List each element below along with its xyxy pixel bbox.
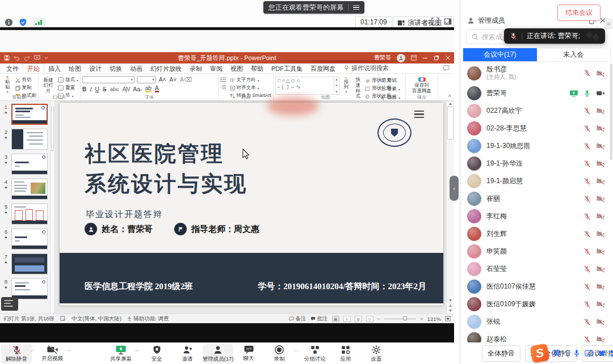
toolbar-chat-button[interactable]: 聊天 <box>233 344 264 363</box>
highlight-color-button[interactable]: ab <box>145 86 152 92</box>
member-row[interactable]: 殷书彦(主持人, 我) <box>460 62 611 84</box>
member-row[interactable]: 曹荣哥 <box>460 84 611 102</box>
mic-muted-icon[interactable] <box>583 125 591 133</box>
quick-styles-button[interactable]: 快速样式 <box>353 75 363 95</box>
zoom-level[interactable]: 121% <box>427 316 441 322</box>
ppt-tab-6[interactable]: 切换 <box>106 64 126 73</box>
arrange-button[interactable]: 排列▾ <box>341 75 351 95</box>
member-list-scrollbar[interactable] <box>610 64 612 160</box>
char-spacing-button[interactable]: A|V <box>123 86 130 92</box>
thumbnail-scrollbar[interactable] <box>50 101 54 314</box>
mic-muted-icon[interactable] <box>583 336 591 343</box>
member-row[interactable]: 张锐 <box>460 313 611 331</box>
change-case-button[interactable]: Aa▾ <box>133 86 142 92</box>
toolbar-shield-button[interactable]: 安全 <box>141 344 172 363</box>
panel-more-icon[interactable]: ≡ <box>604 18 612 29</box>
network-signal-icon[interactable] <box>33 18 45 27</box>
layout-button[interactable]: 版式▾ <box>58 77 78 83</box>
comments-button[interactable]: 批注 <box>310 315 328 323</box>
ppt-tab-7[interactable]: 动画 <box>126 64 146 73</box>
camera-off-icon[interactable] <box>596 248 605 255</box>
mic-muted-icon[interactable] <box>583 160 591 168</box>
slide-thumbnail-8[interactable] <box>11 278 48 299</box>
zoom-slider[interactable] <box>384 319 416 319</box>
zoom-slider-thumb[interactable] <box>403 316 407 320</box>
panel-collapse-handle[interactable]: ‹ <box>450 176 459 201</box>
toolbar-record-button[interactable]: 录制 <box>264 344 295 363</box>
fullscreen-icon[interactable] <box>431 18 439 26</box>
ppt-account-name[interactable]: 曹荣哥 <box>374 54 391 62</box>
align-text-button[interactable]: 对齐文本▾ <box>230 84 271 91</box>
mic-muted-icon[interactable] <box>583 195 591 203</box>
ppt-tab-2[interactable]: 开始 <box>23 64 44 73</box>
camera-off-icon[interactable] <box>596 336 605 342</box>
shadow-button[interactable]: abc <box>110 86 119 92</box>
ppt-close-icon[interactable] <box>445 55 451 61</box>
slide-thumbnail-7[interactable] <box>11 253 48 274</box>
slide-scrollbar[interactable]: ▲ ▼▲▼ <box>446 101 454 314</box>
mute-all-button[interactable]: 全体静音 <box>482 345 520 362</box>
bold-button[interactable]: B <box>82 86 86 92</box>
member-row[interactable]: 19-1-孙华连 <box>460 155 611 172</box>
mic-on-icon[interactable] <box>583 90 591 98</box>
member-row[interactable]: 19-1-30姚思雨 <box>460 137 611 155</box>
member-row[interactable]: 石莹莹 <box>460 260 611 278</box>
toolbar-breakout-button[interactable]: 分组讨论 <box>300 344 330 363</box>
ppt-tab-1[interactable]: 文件 <box>2 64 23 73</box>
ime-voice-icon[interactable] <box>573 349 580 357</box>
security-shield-icon[interactable] <box>19 18 27 27</box>
camera-off-icon[interactable] <box>596 318 605 325</box>
comments-bubble-icon[interactable] <box>443 65 450 71</box>
zoom-in-button[interactable]: + <box>420 316 423 322</box>
caret-up-icon[interactable]: ︿ <box>293 347 298 353</box>
bullets-button[interactable] <box>220 77 228 82</box>
camera-icon[interactable] <box>596 90 605 97</box>
member-row[interactable]: 医信0107侯佳慧 <box>460 278 611 295</box>
camera-off-icon[interactable] <box>596 107 605 115</box>
toolbar-apps-button[interactable]: 应用 <box>330 344 361 363</box>
zoom-out-button[interactable]: − <box>377 316 381 322</box>
clear-format-button[interactable]: A⌫ <box>179 77 192 83</box>
copy-button[interactable]: 复制 <box>15 84 37 91</box>
scrollbar-thumb[interactable] <box>447 107 454 139</box>
ppt-tab-9[interactable]: 录制 <box>186 64 206 73</box>
slide-thumbnail-4[interactable] <box>11 179 48 200</box>
previous-slide-button[interactable]: ▲ <box>448 303 452 307</box>
mic-muted-icon[interactable] <box>583 107 591 115</box>
strikethrough-button[interactable]: S <box>103 86 107 92</box>
italic-button[interactable]: I <box>90 86 91 92</box>
save-to-baidu-button[interactable]: 保存到百度网盘 <box>411 75 433 95</box>
next-slide-button[interactable]: ▼ <box>448 308 452 312</box>
shapes-gallery[interactable]: □○△◇☆⌐{ }→∿ <box>275 77 334 95</box>
floating-mini-toolbar[interactable] <box>1 297 18 311</box>
ppt-tab-13[interactable]: PDF工具集 <box>267 64 306 73</box>
camera-off-icon[interactable] <box>596 230 605 238</box>
ppt-tab-11[interactable]: 视图 <box>226 64 247 73</box>
toolbar-settings-button[interactable]: 设置 <box>361 344 392 363</box>
ppt-account-avatar[interactable] <box>397 54 405 62</box>
ppt-minimize-icon[interactable] <box>422 55 428 61</box>
member-row[interactable]: 刘生辉 <box>460 225 611 243</box>
ppt-restore-icon[interactable] <box>434 55 439 61</box>
ribbon-display-options-icon[interactable] <box>411 55 417 61</box>
camera-off-icon[interactable] <box>596 177 605 185</box>
ime-language-toggle[interactable]: 英 <box>553 348 560 358</box>
member-row[interactable]: 李红梅 <box>460 208 611 225</box>
camera-off-icon[interactable] <box>596 142 605 150</box>
member-row[interactable]: 02-28-李思慧 <box>460 120 611 137</box>
toolbar-screen-share-button[interactable]: 共享屏幕 <box>106 344 136 363</box>
caret-up-icon[interactable]: ︿ <box>66 347 71 353</box>
member-row[interactable]: 申笑颜 <box>460 243 611 260</box>
slide-thumbnail-1[interactable] <box>11 104 48 125</box>
tab-not-joined[interactable]: 未入会 <box>537 48 611 61</box>
mic-muted-icon[interactable] <box>583 300 591 308</box>
ime-punctuation-toggle[interactable]: ’, <box>565 349 569 358</box>
toolbar-members-button[interactable]: 管理成员(17) <box>203 344 233 363</box>
slide-thumbnail-3[interactable] <box>11 154 48 175</box>
shapes-gallery-scroll[interactable]: ▲▼▼ <box>334 77 339 95</box>
toolbar-invite-button[interactable]: 邀请 <box>172 344 203 363</box>
ime-skin-icon[interactable] <box>598 350 606 357</box>
ppt-tab-14[interactable]: 百度网盘 <box>306 64 339 73</box>
numbering-button[interactable] <box>220 84 228 90</box>
spellcheck-icon[interactable] <box>60 316 66 321</box>
